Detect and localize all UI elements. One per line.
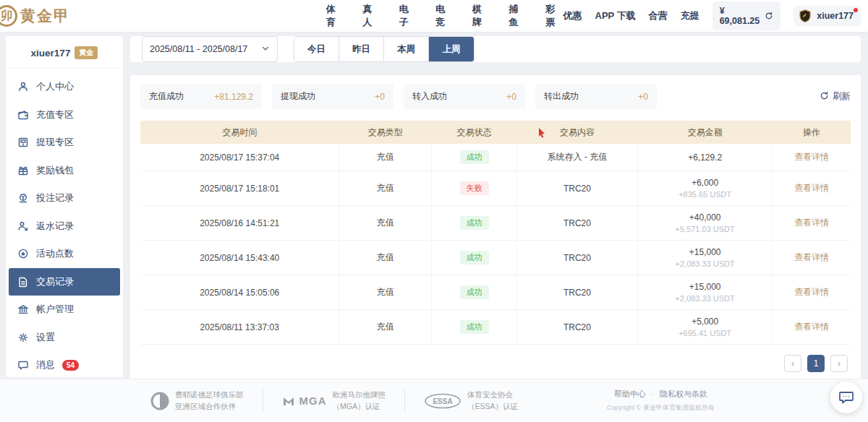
- status-badge: 成功: [460, 216, 489, 230]
- refresh-button[interactable]: 刷新: [820, 90, 851, 103]
- tab-last-week[interactable]: 上周: [429, 37, 474, 61]
- sidebar-item-transaction-records[interactable]: 交易记录: [9, 268, 120, 296]
- sidebar-item-messages[interactable]: 消息 54: [9, 351, 120, 379]
- refresh-balance-icon[interactable]: [765, 12, 773, 20]
- wallet-icon: [17, 109, 29, 121]
- nav-slots[interactable]: 电子: [399, 3, 417, 29]
- sidebar-item-deposit[interactable]: 充值专区: [9, 101, 120, 129]
- cert-text: 欧洲马尔他牌照 （MGA）认证: [333, 389, 386, 413]
- cert-feyenoord: 费耶诺德足球俱乐部 亚洲区域合作伙伴: [150, 389, 263, 413]
- certifications: 费耶诺德足球俱乐部 亚洲区域合作伙伴 MGA 欧洲马尔他牌照 （MGA）认证 E…: [150, 389, 537, 413]
- status-badge: 成功: [460, 320, 489, 334]
- nav-lottery[interactable]: 彩票: [545, 3, 563, 29]
- summary-transfer-out-success: 转出成功 +0: [535, 84, 657, 109]
- cell-type: 充值: [339, 171, 432, 206]
- cell-amount: +6,129.2: [637, 144, 773, 171]
- nav-chess[interactable]: 棋牌: [472, 3, 490, 29]
- sidebar-item-label: 设置: [36, 331, 55, 344]
- tab-today[interactable]: 今日: [294, 37, 339, 61]
- refresh-label: 刷新: [833, 90, 851, 103]
- sidebar-item-settings[interactable]: 设置: [9, 324, 120, 352]
- cell-time: 2025/08/17 15:37:04: [140, 144, 339, 171]
- sidebar-username: xiuer177: [31, 48, 71, 59]
- brand-logo[interactable]: 卯 黄金甲: [0, 5, 122, 27]
- help-center-link[interactable]: 帮助中心: [614, 389, 646, 400]
- transactions-table: 交易时间 交易类型 交易状态 交易内容 交易金额 操作 2025/08/17 1…: [140, 121, 851, 345]
- nav-sports[interactable]: 体育: [326, 3, 344, 29]
- summary-withdraw-success: 提现成功 +0: [272, 84, 393, 109]
- nav-esports[interactable]: 电竞: [435, 3, 454, 29]
- amount-usdt: +2,083.33 USDT: [641, 259, 770, 268]
- top-bar-right: 优惠 APP 下载 合营 充提 ¥ 69,081.25 xiuer177: [563, 1, 861, 30]
- summary-value: +0: [638, 92, 648, 102]
- customer-service-chat-button[interactable]: [830, 382, 862, 413]
- cert-mga: MGA 欧洲马尔他牌照 （MGA）认证: [263, 389, 405, 413]
- rebate-icon: [17, 220, 29, 232]
- balance-display[interactable]: ¥ 69,081.25: [712, 1, 781, 30]
- sidebar-item-rebate-records[interactable]: 返水记录: [9, 212, 120, 241]
- link-deposit-withdraw[interactable]: 充提: [681, 9, 699, 22]
- tab-this-week[interactable]: 本周: [384, 37, 429, 61]
- col-status: 交易状态: [432, 121, 517, 144]
- summary-row: 充值成功 +81,129.2 提现成功 +0 转入成功 +0 转出成功 +0: [140, 84, 851, 109]
- main-panel: 2025/08/11 - 2025/08/17 今日 昨日 本周 上周 充值成功…: [130, 36, 861, 377]
- status-badge: 失败: [460, 181, 489, 195]
- sidebar-item-withdraw[interactable]: 提现专区: [9, 129, 120, 157]
- summary-label: 提现成功: [281, 90, 315, 103]
- withdraw-icon: [17, 137, 29, 148]
- cell-amount: +15,000 +2,083.33 USDT: [637, 241, 773, 275]
- table-row: 2025/08/16 14:51:21 充值 成功 TRC20 +40,000 …: [140, 206, 851, 241]
- tab-yesterday[interactable]: 昨日: [339, 37, 384, 61]
- amount-usdt: +835.65 USDT: [641, 190, 770, 199]
- sidebar-item-bet-records[interactable]: 投注记录: [9, 184, 120, 212]
- sidebar-item-label: 消息: [36, 358, 55, 371]
- sidebar-item-label: 奖励钱包: [36, 164, 74, 177]
- refresh-icon: [820, 91, 829, 103]
- nav-live[interactable]: 真人: [362, 3, 380, 29]
- view-details-link[interactable]: 查看详情: [794, 152, 829, 162]
- cell-amount: +6,000 +835.65 USDT: [637, 171, 773, 206]
- sidebar-item-activity-points[interactable]: 活动点数: [9, 240, 120, 268]
- view-details-link[interactable]: 查看详情: [794, 322, 829, 332]
- sidebar-item-label: 充值专区: [36, 108, 74, 121]
- amount-main: +40,000: [641, 212, 770, 223]
- message-icon: [17, 359, 29, 371]
- sidebar-user: xiuer177 黄金: [9, 43, 120, 69]
- cert-essa: ESSA 体育安全协会 （ESSA）认证: [404, 389, 537, 413]
- footer-link-separator: ◦: [652, 391, 654, 398]
- view-details-link[interactable]: 查看详情: [794, 252, 829, 262]
- link-promotions[interactable]: 优惠: [563, 9, 582, 22]
- privacy-terms-link[interactable]: 隐私权与条款: [660, 389, 707, 400]
- status-badge: 成功: [460, 150, 489, 164]
- cell-time: 2025/08/11 13:37:03: [140, 310, 339, 345]
- pagination-prev-button[interactable]: ‹: [784, 355, 801, 372]
- user-icon: [17, 81, 29, 92]
- col-type: 交易类型: [339, 121, 432, 144]
- content-area: xiuer177 黄金 个人中心 充值专区 提现专区: [0, 32, 868, 377]
- cell-time: 2025/08/14 15:05:06: [140, 275, 339, 310]
- chat-bubble-icon: [838, 389, 855, 406]
- table-row: 2025/08/14 15:05:06 充值 成功 TRC20 +15,000 …: [140, 275, 851, 310]
- link-app-download[interactable]: APP 下载: [595, 9, 636, 22]
- brand-logo-text: 黄金甲: [20, 6, 70, 26]
- date-range-select[interactable]: 2025/08/11 - 2025/08/17: [142, 36, 278, 62]
- pagination-next-button[interactable]: ›: [830, 355, 848, 372]
- summary-value: +0: [375, 92, 385, 102]
- copyright-text: Copyright © 黄金甲体育集团版权所有: [607, 403, 715, 413]
- user-menu[interactable]: xiuer177: [793, 6, 861, 26]
- sidebar-item-label: 投注记录: [36, 191, 74, 204]
- nav-fishing[interactable]: 捕鱼: [509, 3, 527, 29]
- table-row: 2025/08/11 13:37:03 充值 成功 TRC20 +5,000 +…: [140, 310, 851, 345]
- pagination-page-1[interactable]: 1: [807, 355, 825, 372]
- view-details-link[interactable]: 查看详情: [794, 218, 829, 228]
- view-details-link[interactable]: 查看详情: [794, 287, 829, 297]
- view-details-link[interactable]: 查看详情: [794, 183, 829, 193]
- sidebar-item-personal-center[interactable]: 个人中心: [9, 73, 120, 101]
- link-affiliate[interactable]: 合营: [649, 9, 668, 22]
- amount-main: +6,000: [641, 178, 770, 188]
- vip-level-badge: 黄金: [75, 46, 98, 59]
- sidebar-item-reward-wallet[interactable]: 奖励钱包: [9, 157, 120, 185]
- sidebar-item-account-management[interactable]: 帐户管理: [9, 296, 120, 324]
- essa-logo-icon: ESSA: [424, 393, 461, 409]
- cell-time: 2025/08/17 15:18:01: [140, 171, 339, 206]
